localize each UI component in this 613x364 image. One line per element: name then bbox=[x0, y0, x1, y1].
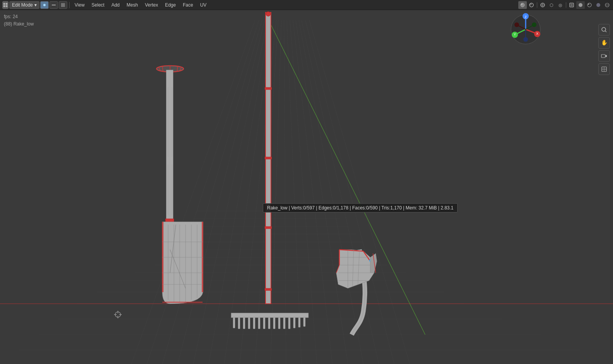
svg-line-123 bbox=[373, 253, 376, 273]
svg-line-38 bbox=[178, 20, 265, 364]
svg-line-24 bbox=[209, 20, 271, 364]
svg-line-136 bbox=[518, 26, 526, 29]
svg-rect-104 bbox=[273, 317, 275, 329]
header-sep-2 bbox=[566, 2, 566, 8]
svg-line-64 bbox=[177, 66, 178, 72]
svg-point-17 bbox=[587, 3, 591, 7]
svg-line-131 bbox=[516, 29, 526, 34]
svg-line-61 bbox=[158, 67, 160, 71]
svg-point-19 bbox=[596, 3, 600, 7]
svg-point-4 bbox=[43, 4, 46, 6]
snap-toggle[interactable]: ⬡ bbox=[547, 1, 556, 9]
separator-1 bbox=[69, 2, 70, 8]
svg-point-7 bbox=[521, 3, 524, 7]
svg-line-118 bbox=[358, 250, 359, 284]
svg-point-126 bbox=[523, 13, 529, 19]
ortho-view-tool[interactable] bbox=[598, 63, 610, 75]
crosshair-cursor bbox=[114, 311, 122, 318]
svg-point-115 bbox=[370, 259, 373, 262]
mesh-stats-tooltip: Rake_low | Verts:0/597 | Edges:0/1,178 |… bbox=[263, 203, 458, 213]
svg-rect-1 bbox=[6, 3, 7, 5]
svg-rect-109 bbox=[298, 317, 300, 327]
svg-rect-98 bbox=[243, 317, 245, 329]
svg-rect-15 bbox=[570, 4, 573, 6]
search-tool[interactable] bbox=[598, 24, 610, 36]
scene-canvas: Z X Y bbox=[0, 10, 613, 364]
svg-line-32 bbox=[293, 20, 332, 364]
svg-text:Y: Y bbox=[514, 32, 516, 36]
svg-line-138 bbox=[526, 26, 533, 29]
mode-label: Edit Mode bbox=[12, 2, 33, 8]
shading-wireframe[interactable] bbox=[603, 1, 611, 9]
svg-line-86 bbox=[170, 225, 176, 273]
svg-point-20 bbox=[605, 3, 609, 7]
svg-point-139 bbox=[532, 22, 536, 27]
svg-line-65 bbox=[180, 67, 182, 71]
svg-line-29 bbox=[284, 20, 286, 364]
svg-rect-97 bbox=[238, 317, 240, 329]
svg-point-59 bbox=[157, 66, 184, 72]
face-select-icon[interactable] bbox=[59, 1, 67, 9]
svg-rect-6 bbox=[61, 3, 65, 7]
svg-line-31 bbox=[290, 20, 317, 364]
mode-icon bbox=[2, 1, 9, 9]
svg-rect-93 bbox=[265, 288, 272, 291]
svg-point-137 bbox=[514, 22, 519, 27]
shading-material[interactable] bbox=[585, 1, 594, 9]
svg-point-16 bbox=[579, 3, 582, 7]
svg-point-18 bbox=[588, 4, 589, 5]
svg-rect-103 bbox=[268, 317, 270, 329]
camera-view-tool[interactable] bbox=[598, 50, 610, 62]
svg-rect-2 bbox=[3, 5, 5, 7]
svg-rect-101 bbox=[258, 317, 260, 329]
svg-line-26 bbox=[240, 20, 276, 364]
mesh-menu[interactable]: Mesh bbox=[124, 1, 141, 9]
svg-rect-100 bbox=[253, 317, 255, 329]
svg-line-25 bbox=[224, 20, 273, 364]
overlay-toggle[interactable] bbox=[527, 1, 536, 9]
proportional-edit[interactable]: ◎ bbox=[556, 1, 565, 9]
svg-line-28 bbox=[271, 20, 281, 364]
svg-line-111 bbox=[339, 250, 363, 251]
shading-solid[interactable] bbox=[576, 1, 585, 9]
viewport-shading-rendered[interactable] bbox=[518, 1, 527, 9]
svg-rect-71 bbox=[165, 219, 174, 222]
svg-rect-87 bbox=[266, 12, 271, 304]
svg-line-117 bbox=[352, 250, 354, 287]
svg-rect-105 bbox=[278, 317, 280, 329]
mesh-stats-text: Rake_low | Verts:0/597 | Edges:0/1,178 |… bbox=[267, 205, 453, 211]
select-menu[interactable]: Select bbox=[89, 1, 107, 9]
edge-select-icon[interactable] bbox=[49, 1, 58, 9]
vertex-menu[interactable]: Vertex bbox=[142, 1, 161, 9]
svg-line-33 bbox=[296, 20, 348, 364]
svg-line-36 bbox=[305, 20, 394, 364]
svg-line-23 bbox=[193, 20, 268, 364]
svg-line-112 bbox=[363, 251, 373, 265]
svg-line-39 bbox=[162, 20, 262, 364]
local-view[interactable] bbox=[567, 1, 576, 9]
vertex-select-icon[interactable] bbox=[40, 1, 49, 9]
svg-point-94 bbox=[266, 12, 271, 16]
fps-display: fps: 24 bbox=[4, 13, 34, 20]
face-menu[interactable]: Face bbox=[180, 1, 196, 9]
svg-point-21 bbox=[605, 4, 609, 6]
viewport[interactable]: Z X Y fps: 24 (88) Rake_low Rake_low bbox=[0, 10, 613, 364]
svg-rect-91 bbox=[265, 157, 272, 159]
header-sep-1 bbox=[537, 2, 537, 8]
svg-rect-95 bbox=[231, 313, 308, 318]
svg-point-132 bbox=[512, 32, 518, 38]
gizmo-toggle[interactable] bbox=[538, 1, 547, 9]
shading-rendered2[interactable] bbox=[594, 1, 603, 9]
view-menu[interactable]: View bbox=[72, 1, 88, 9]
add-menu[interactable]: Add bbox=[108, 1, 123, 9]
object-name-display: (88) Rake_low bbox=[4, 20, 34, 28]
svg-rect-92 bbox=[265, 226, 272, 229]
edge-menu[interactable]: Edge bbox=[162, 1, 179, 9]
svg-line-34 bbox=[299, 20, 363, 364]
svg-line-141 bbox=[605, 31, 606, 32]
top-toolbar: Edit Mode ▾ View Select Add Mesh Vertex … bbox=[0, 0, 613, 10]
svg-rect-90 bbox=[265, 87, 272, 90]
edit-mode-button[interactable]: Edit Mode ▾ bbox=[9, 1, 39, 9]
uv-menu[interactable]: UV bbox=[197, 1, 210, 9]
pan-tool[interactable]: ✋ bbox=[598, 37, 610, 49]
